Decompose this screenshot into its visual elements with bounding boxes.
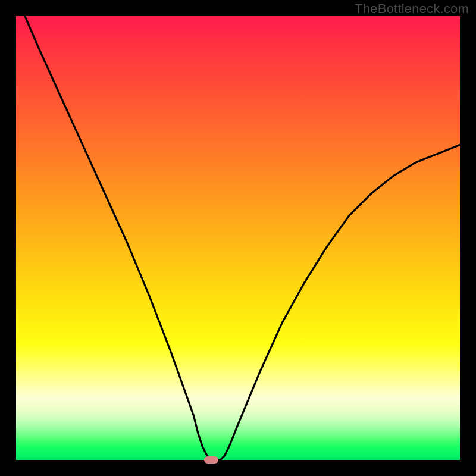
bottleneck-curve	[16, 16, 460, 460]
watermark-text: TheBottleneck.com	[355, 1, 469, 17]
curve-path	[25, 16, 460, 460]
optimum-marker	[204, 456, 218, 464]
plot-area	[16, 16, 460, 460]
chart-frame: TheBottleneck.com	[0, 0, 476, 476]
